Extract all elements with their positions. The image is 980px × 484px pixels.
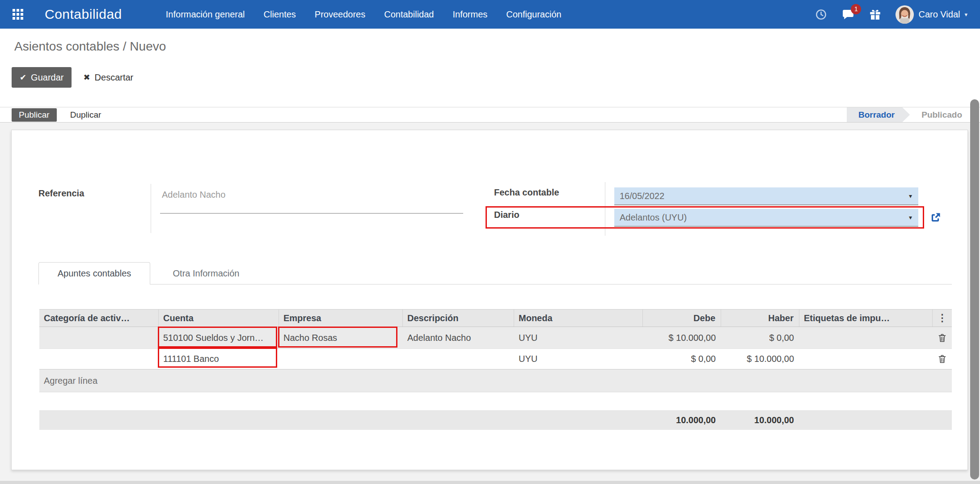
apps-grid-glyph [12,8,24,21]
cell-label[interactable]: Adelanto Nacho [403,327,514,348]
table-header-row: Categoría de activ… Cuenta Empresa Descr… [39,309,952,327]
journal-value: Adelantos (UYU) [620,212,687,223]
header-currency[interactable]: Moneda [514,310,643,327]
totals-row: 10.000,00 10.000,00 [39,410,952,430]
journal-external-link-icon[interactable] [929,212,942,226]
top-navbar: Contabilidad Información general Cliente… [0,0,980,29]
tab-apuntes-contables[interactable]: Apuntes contables [38,262,150,284]
cell-partner[interactable]: Nacho Rosas [279,327,403,348]
cell-currency[interactable]: UYU [514,349,643,369]
field-separator-right [605,182,605,236]
journal-caret-icon: ▾ [909,214,912,221]
menu-informacion-general[interactable]: Información general [166,9,245,20]
reference-input[interactable]: Adelanto Nacho [162,190,225,200]
field-separator-left [151,184,151,233]
state-pipeline: Borrador Publicado [847,107,965,122]
cross-icon: ✖ [83,72,90,82]
cell-debit[interactable]: $ 0,00 [643,349,721,369]
menu-proveedores[interactable]: Proveedores [315,9,365,20]
table-row: 111101 Banco UYU $ 0,00 $ 10.000,00 [39,348,952,369]
state-publicado[interactable]: Publicado [910,107,965,122]
cell-asset-category[interactable] [39,349,159,369]
discard-button-label: Descartar [95,72,134,83]
horizontal-scrollbar-track[interactable] [0,481,980,484]
menu-clientes[interactable]: Clientes [264,9,296,20]
menu-configuracion[interactable]: Configuración [506,9,561,20]
messages-badge: 1 [851,4,861,14]
user-menu[interactable]: Caro Vidal ▾ [896,5,967,24]
main-menu: Información general Clientes Proveedores… [166,9,562,20]
menu-informes[interactable]: Informes [452,9,487,20]
delete-row-icon[interactable] [938,333,946,343]
header-account[interactable]: Cuenta [159,310,279,327]
toolbar: ✔ Guardar ✖ Descartar [12,67,133,88]
cell-tax-tags[interactable] [799,349,933,369]
cell-asset-category[interactable] [39,327,159,348]
cell-credit[interactable]: $ 10.000,00 [721,349,799,369]
header-debit[interactable]: Debe [643,310,721,327]
app-brand[interactable]: Contabilidad [45,7,122,22]
publish-button[interactable]: Publicar [12,108,57,122]
statusbar-buttons: Publicar Duplicar [12,108,101,122]
header-label[interactable]: Descripción [403,310,514,327]
cell-credit[interactable]: $ 0,00 [721,327,799,348]
optional-columns-icon[interactable]: ⋮ [938,312,947,324]
breadcrumb: Asientos contables / Nuevo [14,39,166,54]
check-icon: ✔ [20,67,26,88]
date-value: 16/05/2022 [620,191,664,201]
cell-debit[interactable]: $ 10.000,00 [643,327,721,348]
cell-partner[interactable] [279,349,403,369]
odoo-accounting-screen: Contabilidad Información general Cliente… [0,0,980,484]
cell-label[interactable] [403,349,514,369]
form-sheet: Referencia Adelanto Nacho Fecha contable… [11,130,968,470]
header-partner[interactable]: Empresa [279,310,403,327]
tab-otra-informacion[interactable]: Otra Información [150,262,262,284]
messages-icon[interactable]: 1 [841,8,855,21]
user-avatar [896,5,914,24]
save-button-label: Guardar [31,67,63,88]
date-label: Fecha contable [494,187,559,198]
table-row: 510100 Sueldos y Jorn… Nacho Rosas Adela… [39,327,952,348]
apps-grid-icon[interactable] [12,8,24,21]
reference-underline [160,213,463,214]
header-tax-tags[interactable]: Etiquetas de impu… [799,310,933,327]
header-asset-category[interactable]: Categoría de activ… [39,310,159,327]
date-caret-icon: ▾ [909,192,912,200]
discard-button[interactable]: ✖ Descartar [83,72,133,83]
journal-items-table: Categoría de activ… Cuenta Empresa Descr… [39,309,952,392]
date-select[interactable]: 16/05/2022 ▾ [614,187,918,205]
navbar-right: 1 [815,5,967,24]
delete-row-icon[interactable] [938,354,946,364]
journal-label: Diario [494,210,520,220]
header-credit[interactable]: Haber [721,310,799,327]
journal-select[interactable]: Adelantos (UYU) ▾ [614,209,918,227]
gift-icon[interactable] [869,8,881,21]
vertical-scrollbar-thumb[interactable] [970,99,979,480]
cell-tax-tags[interactable] [799,327,933,348]
user-caret-icon: ▾ [964,11,967,18]
user-name: Caro Vidal [918,9,960,20]
state-borrador[interactable]: Borrador [847,107,910,122]
total-credit: 10.000,00 [721,410,794,430]
cell-currency[interactable]: UYU [514,327,643,348]
add-line-button[interactable]: Agregar línea [39,369,952,392]
menu-contabilidad[interactable]: Contabilidad [384,9,434,20]
activity-clock-icon[interactable] [815,8,827,21]
cell-account[interactable]: 111101 Banco [159,349,279,369]
total-debit: 10.000,00 [643,410,716,430]
save-button[interactable]: ✔ Guardar [12,67,72,88]
reference-label: Referencia [38,188,84,199]
statusbar: Publicar Duplicar Borrador Publicado [0,107,980,123]
duplicate-button[interactable]: Duplicar [70,110,101,120]
cell-account[interactable]: 510100 Sueldos y Jorn… [159,327,279,348]
